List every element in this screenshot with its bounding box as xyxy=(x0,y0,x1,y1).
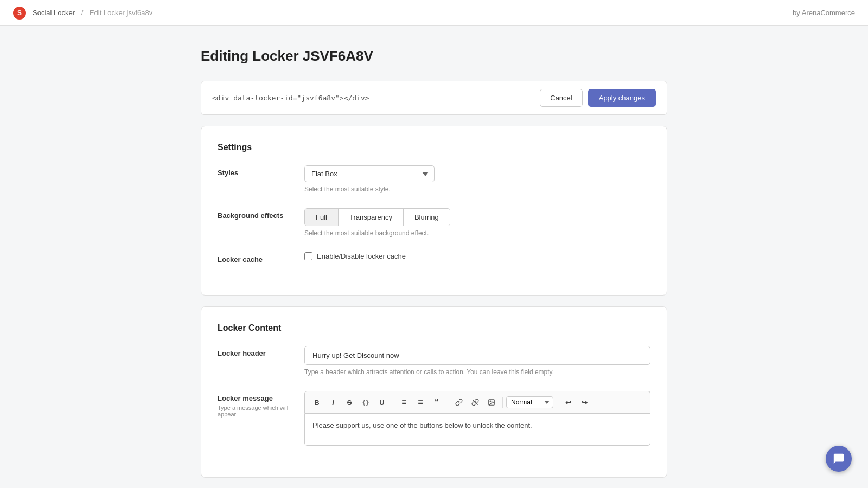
bg-effects-toggle-group: Full Transparency Blurring xyxy=(304,208,450,226)
rte-undo-button[interactable]: ↩ xyxy=(560,395,576,410)
rte-separator-2 xyxy=(448,397,448,408)
locker-content-title: Locker Content xyxy=(218,323,650,333)
styles-select[interactable]: Flat BoxRounded BoxCard xyxy=(304,165,435,182)
locker-content-panel: Locker Content Locker header Type a head… xyxy=(201,306,667,478)
rte-italic-button[interactable]: I xyxy=(326,395,341,410)
app-logo: S xyxy=(13,7,26,20)
cache-label: Locker cache xyxy=(218,252,304,264)
styles-hint: Select the most suitable style. xyxy=(304,185,650,193)
rte-separator-4 xyxy=(557,397,557,408)
styles-label: Styles xyxy=(218,165,304,177)
locker-code: <div data-locker-id="jsvf6a8v"></div> xyxy=(212,94,369,102)
locker-header-label: Locker header xyxy=(218,346,304,357)
bg-effects-row: Background effects Full Transparency Blu… xyxy=(218,208,650,237)
chat-fab-button[interactable] xyxy=(826,446,852,472)
rte-redo-button[interactable]: ↪ xyxy=(577,395,592,410)
rte-quote-button[interactable]: “ xyxy=(429,395,444,410)
breadcrumb-sep: / xyxy=(81,9,84,17)
settings-panel: Settings Styles Flat BoxRounded BoxCard … xyxy=(201,126,667,296)
cache-control: Enable/Disable locker cache xyxy=(304,252,650,260)
rte-ul-button[interactable]: ≡ xyxy=(397,395,412,410)
rte-underline-button[interactable]: U xyxy=(374,395,390,410)
apply-changes-button[interactable]: Apply changes xyxy=(588,89,656,107)
locker-header-input[interactable] xyxy=(304,346,650,365)
bg-effects-label: Background effects xyxy=(218,208,304,220)
bg-effects-hint: Select the most suitable background effe… xyxy=(304,229,650,237)
settings-panel-title: Settings xyxy=(218,143,650,152)
styles-row: Styles Flat BoxRounded BoxCard Select th… xyxy=(218,165,650,193)
topnav-left: S Social Locker / Edit Locker jsvf6a8v xyxy=(13,7,155,20)
locker-header-control: Type a header which attracts attention o… xyxy=(304,346,650,376)
topnav-by: by ArenaCommerce xyxy=(793,9,855,17)
bg-effects-control: Full Transparency Blurring Select the mo… xyxy=(304,208,650,237)
code-bar: <div data-locker-id="jsvf6a8v"></div> Ca… xyxy=(201,81,667,115)
locker-message-label: Locker message Type a message which will… xyxy=(218,391,304,418)
breadcrumb: Social Locker / Edit Locker jsvf6a8v xyxy=(30,9,155,17)
styles-control: Flat BoxRounded BoxCard Select the most … xyxy=(304,165,650,193)
rte-toolbar: B I S {} U ≡ ≡ “ xyxy=(304,391,650,413)
breadcrumb-home[interactable]: Social Locker xyxy=(33,9,75,17)
rte-format-select[interactable]: NormalHeading 1Heading 2Heading 3 xyxy=(506,396,553,408)
rte-code-button[interactable]: {} xyxy=(358,395,373,410)
locker-message-control: B I S {} U ≡ ≡ “ xyxy=(304,391,650,446)
locker-message-hint: Type a message which will appear xyxy=(218,404,304,418)
cache-row: Locker cache Enable/Disable locker cache xyxy=(218,252,650,264)
main-content: Editing Locker JSVF6A8V <div data-locker… xyxy=(190,26,678,488)
cache-checkbox-label[interactable]: Enable/Disable locker cache xyxy=(317,252,406,260)
bg-full-button[interactable]: Full xyxy=(305,209,339,226)
chat-icon xyxy=(833,453,845,465)
rte-bold-button[interactable]: B xyxy=(309,395,324,410)
rte-ol-button[interactable]: ≡ xyxy=(413,395,428,410)
locker-header-row: Locker header Type a header which attrac… xyxy=(218,346,650,376)
cache-checkbox-row: Enable/Disable locker cache xyxy=(304,252,650,260)
bg-transparency-button[interactable]: Transparency xyxy=(339,209,404,226)
rte-content-area[interactable]: Please support us, use one of the button… xyxy=(304,413,650,446)
topnav: S Social Locker / Edit Locker jsvf6a8v b… xyxy=(0,0,868,26)
code-bar-actions: Cancel Apply changes xyxy=(540,89,656,107)
page-title: Editing Locker JSVF6A8V xyxy=(201,48,667,65)
svg-line-0 xyxy=(473,400,477,404)
rte-image-button[interactable] xyxy=(484,395,499,410)
rte-unlink-button[interactable] xyxy=(468,395,483,410)
locker-header-hint: Type a header which attracts attention o… xyxy=(304,368,650,376)
rte-strikethrough-button[interactable]: S xyxy=(342,395,357,410)
rte-separator-3 xyxy=(502,397,503,408)
bg-blurring-button[interactable]: Blurring xyxy=(404,209,450,226)
cancel-button[interactable]: Cancel xyxy=(540,89,582,107)
svg-point-2 xyxy=(490,401,491,402)
cache-checkbox[interactable] xyxy=(304,252,312,260)
rte-link-button[interactable] xyxy=(451,395,467,410)
rte-separator-1 xyxy=(393,397,393,408)
locker-message-row: Locker message Type a message which will… xyxy=(218,391,650,446)
breadcrumb-current: Edit Locker jsvf6a8v xyxy=(90,9,152,17)
